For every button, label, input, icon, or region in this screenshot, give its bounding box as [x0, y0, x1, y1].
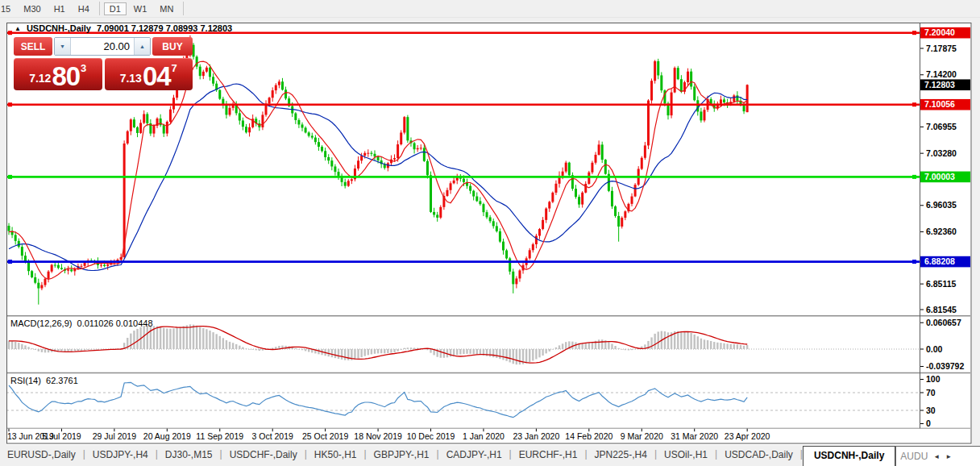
hline-left-handle[interactable] [8, 102, 12, 106]
candle-body [403, 117, 405, 132]
candle-body [512, 272, 514, 285]
volume-decrease-icon[interactable]: ▼ [55, 38, 71, 55]
buy-price-big: 04 [143, 64, 171, 89]
hline-right-handle[interactable] [912, 102, 916, 106]
timeframe-button-15[interactable]: 15 [0, 2, 16, 15]
macd-values: 0.011026 0.010448 [77, 318, 153, 328]
sell-button[interactable]: SELL [14, 37, 52, 56]
macd-bar [740, 345, 741, 349]
hline-left-handle[interactable] [8, 260, 12, 264]
chart-tab-hk50-h1[interactable]: HK50-,H1 [307, 445, 364, 466]
macd-label: MACD(12,26,9) [10, 318, 72, 328]
macd-bar [41, 349, 43, 352]
candle-body [674, 68, 676, 92]
timeframe-button-w1[interactable]: W1 [128, 2, 153, 15]
hline-left-handle[interactable] [8, 175, 12, 179]
macd-bar [532, 349, 534, 360]
chart-tab-usoil-h1[interactable]: USOil-,H1 [657, 445, 715, 466]
candle-body [562, 172, 564, 176]
candle-body [551, 193, 554, 202]
candle-body [733, 95, 735, 102]
chart-tab-gbpjpy-h1[interactable]: GBPJPY-,H1 [367, 445, 437, 466]
hline-left-handle[interactable] [8, 31, 12, 35]
chart-tab-cadjpy-h1[interactable]: CADJPY-,H1 [439, 445, 509, 466]
volume-input[interactable]: 20.00 [71, 38, 134, 55]
candle-body [27, 263, 30, 272]
candle-body [496, 226, 498, 231]
macd-bar [199, 327, 201, 349]
macd-bar [222, 338, 224, 349]
macd-bar [251, 349, 253, 350]
candle-body [54, 265, 56, 266]
chart-tab-overflow-label[interactable]: AUDU [900, 451, 928, 462]
candle-body [542, 220, 544, 229]
macd-bar [380, 349, 382, 353]
chart-tab-jpn225-h4[interactable]: JPN225-,H4 [588, 445, 654, 466]
candle-body [423, 148, 426, 160]
candle-body [595, 155, 597, 163]
macd-bar [625, 349, 626, 350]
date-axis-label: 23 Apr 2020 [725, 431, 770, 441]
candle-body [106, 264, 109, 266]
tab-scroll-left-icon[interactable]: ◄ [933, 453, 940, 460]
candle-body [363, 153, 366, 156]
macd-bar [377, 349, 379, 353]
candle-body [538, 229, 541, 235]
macd-bar [318, 349, 319, 354]
timeframe-button-h1[interactable]: H1 [48, 2, 71, 15]
macd-bar [67, 349, 69, 352]
chart-tab-usdjpy-h4[interactable]: USDJPY-,H4 [85, 445, 156, 466]
chart-tab-usdchf-daily[interactable]: USDCHF-,Daily [222, 445, 305, 466]
date-axis-label: 29 Jul 2019 [93, 431, 136, 441]
macd-bar [21, 344, 23, 349]
candle-body [400, 132, 402, 144]
candle-body [225, 105, 227, 114]
hline-right-handle[interactable] [912, 260, 916, 264]
macd-bar [84, 349, 85, 350]
macd-bar [466, 349, 467, 354]
chart-tab-dj30-m15[interactable]: DJ30-,M15 [158, 445, 220, 466]
macd-bar [687, 332, 688, 349]
rsi-axis-label: 70 [926, 388, 936, 397]
chart-tab-eurchf-h1[interactable]: EURCHF-,H1 [512, 445, 585, 466]
volume-increase-icon[interactable]: ▲ [134, 38, 150, 55]
rsi-indicator-label: RSI(14) 62.3761 [10, 376, 78, 385]
candle-body [146, 114, 148, 123]
timeframe-button-m30[interactable]: M30 [18, 2, 46, 15]
candle-body [245, 127, 247, 132]
hline-right-handle[interactable] [912, 31, 916, 35]
collapse-icon[interactable]: ▲ [15, 25, 21, 32]
macd-bar [529, 349, 530, 362]
macd-bar [571, 342, 573, 349]
candle-body [334, 166, 336, 172]
candle-body [700, 111, 702, 120]
macd-bar [298, 349, 300, 350]
chart-tab-usdcad-daily[interactable]: USDCAD-,Daily [717, 445, 800, 466]
candle-body [268, 98, 271, 103]
macd-bar [631, 349, 633, 350]
macd-bar [374, 349, 376, 354]
timeframe-button-h4[interactable]: H4 [73, 2, 95, 15]
candle-body [136, 127, 139, 133]
macd-bar [545, 349, 546, 353]
candle-body [436, 214, 438, 217]
chart-tab-eurusd-daily[interactable]: EURUSD-,Daily [0, 445, 83, 466]
date-axis-label: 14 Feb 2020 [565, 431, 612, 441]
sell-price-panel[interactable]: 7.12 80 3 [14, 58, 102, 90]
buy-button[interactable]: BUY [152, 37, 193, 56]
macd-bar [331, 349, 333, 357]
chart-tab-bar: EURUSD-,Daily|USDJPY-,H4|DJ30-,M15|USDCH… [0, 445, 980, 466]
candle-body [631, 197, 633, 204]
hline-right-handle[interactable] [912, 175, 916, 179]
tab-scroll-right-icon[interactable]: ► [945, 453, 952, 460]
macd-bar [664, 331, 666, 349]
macd-bar [737, 344, 738, 349]
macd-bar [634, 349, 636, 350]
buy-price-panel[interactable]: 7.13 04 7 [105, 58, 193, 90]
timeframe-button-d1[interactable]: D1 [104, 2, 127, 15]
timeframe-button-mn[interactable]: MN [154, 2, 179, 15]
candle-body [278, 81, 280, 85]
chart-tab-usdcnh-daily[interactable]: USDCNH-,Daily [803, 446, 895, 466]
macd-bar [163, 328, 164, 349]
candle-body [529, 250, 531, 258]
